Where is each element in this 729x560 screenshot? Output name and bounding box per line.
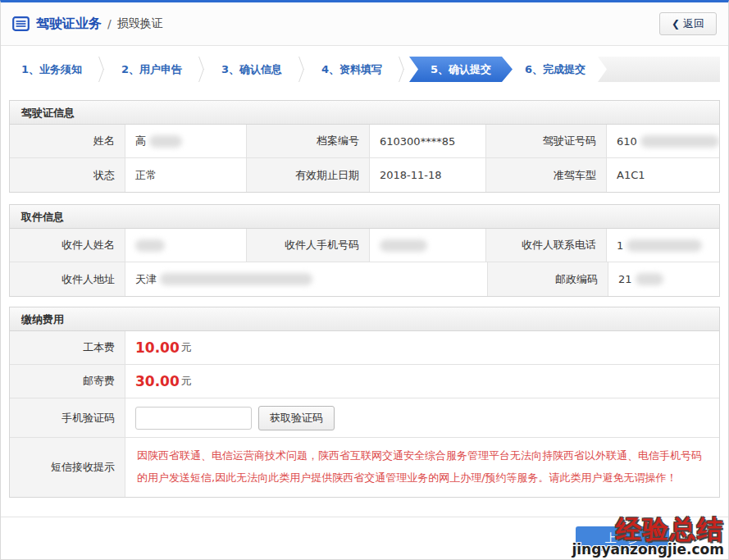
redacted-blur: [640, 135, 719, 148]
production-fee-unit: 元: [181, 340, 192, 355]
sms-notice-text: 因陕西省联通、电信运营商技术问题，陕西省互联网交通安全综合服务管理平台无法向持陕…: [125, 438, 719, 497]
label-vehicle-class: 准驾车型: [485, 158, 606, 192]
step-separator: [94, 57, 109, 82]
step-2-user-declaration: 2、用户申告: [109, 57, 194, 82]
table-row: 状态 正常 有效期止日期 2018-11-18 准驾车型 A1C1: [10, 158, 719, 192]
redacted-blur: [135, 239, 165, 252]
label-recipient-phone: 收件人联系电话: [485, 229, 606, 262]
value-recipient-name: [125, 229, 246, 262]
back-chevron-icon: ❮: [672, 18, 680, 30]
value-name: 高: [125, 125, 246, 157]
value-file-no: 610300****85: [369, 125, 485, 157]
label-recipient-mobile: 收件人手机号码: [246, 229, 369, 262]
step-wizard-tail: [598, 57, 720, 82]
redacted-blur: [636, 273, 663, 285]
label-license-no: 驾驶证号码: [485, 125, 606, 157]
sms-code-input[interactable]: [135, 407, 252, 430]
value-license-no: 610: [606, 125, 719, 157]
label-status: 状态: [10, 158, 125, 192]
label-recipient-name: 收件人姓名: [10, 229, 125, 262]
redacted-blur: [149, 135, 182, 148]
step-separator: [194, 57, 209, 82]
previous-step-button[interactable]: 上一步: [576, 526, 669, 551]
value-valid-until: 2018-11-18: [369, 158, 485, 192]
table-row: 手机验证码 获取验证码: [10, 398, 719, 438]
section-pickup-info: 取件信息 收件人姓名 收件人手机号码 收件人联系电话 1 收件人地址 天: [9, 204, 720, 297]
value-status: 正常: [125, 158, 246, 192]
label-postal-code: 邮政编码: [487, 262, 608, 296]
breadcrumb-current: 损毁换证: [117, 16, 163, 31]
redacted-blur: [626, 239, 702, 252]
step-wizard: 1、业务须知 2、用户申告 3、确认信息 4、资料填写 5、确认提交 6、完成提…: [9, 57, 720, 82]
table-row: 收件人地址 天津 邮政编码 21: [10, 262, 719, 296]
value-recipient-phone: 1: [606, 229, 719, 262]
value-recipient-mobile: [369, 229, 485, 262]
label-valid-until: 有效期止日期: [246, 158, 369, 192]
license-card-icon: [12, 16, 30, 31]
label-name: 姓名: [10, 125, 125, 157]
redacted-blur: [160, 273, 312, 285]
header: 驾驶证业务 / 损毁换证 ❮ 返回: [1, 2, 728, 46]
section-payment: 缴纳费用 工本费 10.00 元 邮寄费 30.00 元 手机验证码 获取验证码: [9, 307, 720, 498]
step-6-complete-submit: 6、完成提交: [513, 57, 598, 82]
step-separator: [394, 57, 409, 82]
value-postage-fee: 30.00 元: [125, 365, 719, 398]
footer: 上一步: [1, 517, 728, 559]
value-vehicle-class: A1C1: [606, 158, 719, 192]
table-row: 邮寄费 30.00 元: [10, 365, 719, 398]
table-row: 工本费 10.00 元: [10, 331, 719, 365]
table-row: 短信接收提示 因陕西省联通、电信运营商技术问题，陕西省互联网交通安全综合服务管理…: [10, 438, 719, 497]
section-title-license-info: 驾驶证信息: [10, 101, 719, 125]
section-license-info: 驾驶证信息 姓名 高 档案编号 610300****85 驾驶证号码 610 状…: [9, 100, 720, 193]
redacted-blur: [380, 239, 427, 252]
table-row: 姓名 高 档案编号 610300****85 驾驶证号码 610: [10, 125, 719, 158]
section-title-payment: 缴纳费用: [10, 307, 719, 331]
production-fee-amount: 10.00: [135, 339, 180, 356]
postage-fee-amount: 30.00: [135, 373, 180, 389]
label-production-fee: 工本费: [10, 331, 125, 364]
label-file-no: 档案编号: [246, 125, 369, 157]
breadcrumb-divider: /: [107, 17, 112, 30]
table-row: 收件人姓名 收件人手机号码 收件人联系电话 1: [10, 229, 719, 262]
label-sms-code: 手机验证码: [10, 398, 125, 437]
label-postage-fee: 邮寄费: [10, 365, 125, 398]
step-1-business-notice: 1、业务须知: [9, 57, 94, 82]
section-title-pickup-info: 取件信息: [10, 205, 719, 229]
step-separator: [294, 57, 309, 82]
back-button[interactable]: ❮ 返回: [659, 12, 717, 35]
step-3-confirm-info: 3、确认信息: [209, 57, 294, 82]
postage-fee-unit: 元: [181, 374, 192, 389]
get-sms-code-button[interactable]: 获取验证码: [258, 406, 335, 430]
label-sms-notice: 短信接收提示: [10, 438, 125, 497]
value-postal-code: 21: [608, 262, 719, 296]
sms-code-cell: 获取验证码: [125, 398, 719, 437]
page-title: 驾驶证业务: [36, 16, 102, 33]
label-recipient-address: 收件人地址: [10, 262, 125, 296]
step-5-confirm-submit-active: 5、确认提交: [409, 57, 513, 82]
page: 驾驶证业务 / 损毁换证 ❮ 返回 1、业务须知 2、用户申告 3、确认信息 4…: [0, 0, 729, 560]
step-4-fill-data: 4、资料填写: [309, 57, 394, 82]
value-recipient-address: 天津: [125, 262, 487, 296]
back-button-label: 返回: [683, 16, 704, 31]
value-production-fee: 10.00 元: [125, 331, 719, 364]
